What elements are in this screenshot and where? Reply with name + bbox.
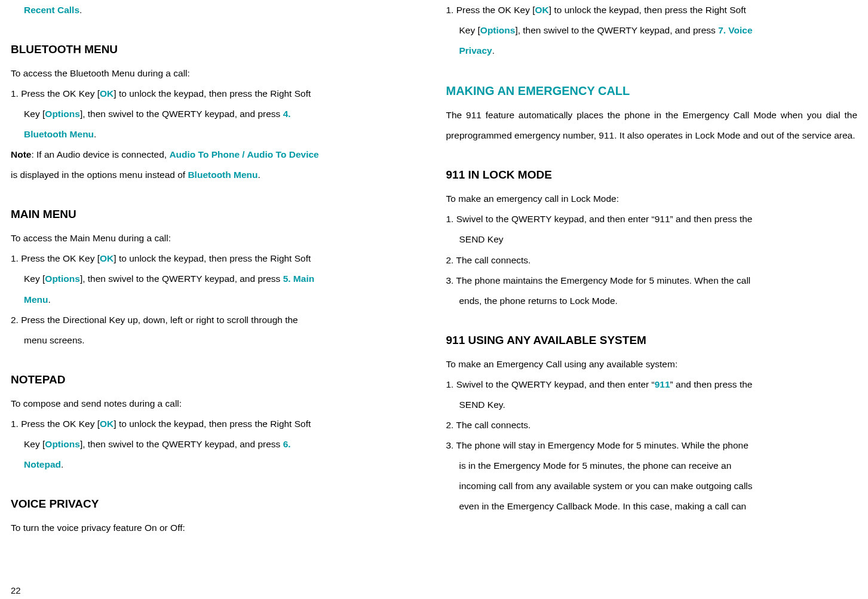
main-step-1-line3: Menu. (11, 290, 422, 310)
bluetooth-step-1-line1: 1. Press the OK Key [OK] to unlock the k… (11, 84, 422, 104)
menu-link: Privacy (459, 45, 492, 56)
content-columns: Recent Calls. BLUETOOTH MENU To access t… (11, 0, 857, 538)
menu-link: 7. Voice (718, 25, 752, 35)
text: ], then swivel to the QWERTY keypad, and… (80, 109, 283, 119)
menu-link: Menu (24, 294, 48, 305)
notepad-heading: NOTEPAD (11, 367, 422, 392)
ok-key: OK (100, 419, 114, 429)
text: : If an Audio device is connected, (31, 149, 169, 159)
text: . (48, 294, 50, 305)
any-step-3-line3: incoming call from any available system … (446, 476, 858, 496)
text: Key [ (24, 109, 45, 119)
lock-step-1-line1: 1. Swivel to the QWERTY keypad, and then… (446, 209, 858, 229)
lock-mode-intro: To make an emergency call in Lock Mode: (446, 189, 858, 209)
any-step-1-line2: SEND Key. (446, 395, 858, 415)
any-step-1-line1: 1. Swivel to the QWERTY keypad, and then… (446, 374, 858, 395)
any-step-3-line4: even in the Emergency Callback Mode. In … (446, 496, 858, 517)
voice-privacy-intro: To turn the voice privacy feature On or … (11, 518, 422, 538)
bluetooth-intro: To access the Bluetooth Menu during a ca… (11, 63, 422, 84)
main-step-1-line2: Key [Options], then swivel to the QWERTY… (11, 269, 422, 289)
text: Key [ (24, 274, 45, 284)
text: . (79, 5, 82, 15)
vp-step-1-line3: Privacy. (446, 41, 858, 61)
text: 1. Press the OK Key [ (11, 253, 100, 263)
menu-link: Notepad (24, 459, 61, 469)
ok-key: OK (100, 88, 114, 99)
notepad-step-1-line2: Key [Options], then swivel to the QWERTY… (11, 434, 422, 454)
any-step-2: 2. The call connects. (446, 415, 858, 435)
any-system-intro: To make an Emergency Call using any avai… (446, 354, 858, 374)
options-key: Options (45, 439, 80, 449)
any-step-3-line2: is in the Emergency Mode for 5 minutes, … (446, 456, 858, 476)
recent-calls-link: Recent Calls (24, 5, 79, 15)
notepad-step-1-line1: 1. Press the OK Key [OK] to unlock the k… (11, 414, 422, 434)
ok-key: OK (535, 5, 549, 15)
text: 1. Press the OK Key [ (446, 5, 535, 15)
any-system-heading: 911 USING ANY AVAILABLE SYSTEM (446, 328, 858, 353)
bluetooth-step-1-line3: Bluetooth Menu. (11, 124, 422, 145)
voice-privacy-heading: VOICE PRIVACY (11, 492, 422, 517)
text: ] to unlock the keypad, then press the R… (114, 88, 311, 99)
menu-link: Bluetooth Menu (24, 129, 94, 139)
text: ] to unlock the keypad, then press the R… (114, 253, 311, 263)
lock-step-1-line2: SEND Key (446, 229, 858, 250)
note-label: Note (11, 149, 31, 159)
menu-link: 5. Main (283, 274, 315, 284)
ok-key: OK (100, 253, 114, 263)
text: . (94, 129, 96, 139)
audio-link: Audio To Phone / Audio To Device (169, 149, 318, 159)
any-step-3-line1: 3. The phone will stay in Emergency Mode… (446, 435, 858, 456)
lock-step-3-line1: 3. The phone maintains the Emergency Mod… (446, 271, 858, 291)
text: 1. Press the OK Key [ (11, 88, 100, 99)
bluetooth-note-line2: is displayed in the options menu instead… (11, 165, 422, 185)
text: Key [ (24, 439, 45, 449)
vp-step-1-line2: Key [Options], then swivel to the QWERTY… (446, 20, 858, 41)
notepad-step-1-line3: Notepad. (11, 454, 422, 475)
lock-step-3-line2: ends, the phone returns to Lock Mode. (446, 291, 858, 311)
vp-step-1-line1: 1. Press the OK Key [OK] to unlock the k… (446, 0, 858, 20)
emergency-paragraph: The 911 feature automatically places the… (446, 105, 858, 146)
recent-calls-line: Recent Calls. (11, 0, 422, 20)
options-key: Options (480, 25, 516, 35)
text: 1. Press the OK Key [ (11, 419, 100, 429)
main-step-2-line1: 2. Press the Directional Key up, down, l… (11, 310, 422, 330)
bluetooth-note-line1: Note: If an Audio device is connected, A… (11, 145, 422, 165)
text: ], then swivel to the QWERTY keypad, and… (80, 274, 283, 284)
main-menu-intro: To access the Main Menu during a call: (11, 228, 422, 248)
main-step-2-line2: menu screens. (11, 330, 422, 351)
text: ” and then press the (670, 379, 753, 389)
911-link: 911 (655, 379, 670, 389)
lock-mode-heading: 911 IN LOCK MODE (446, 162, 858, 188)
emergency-heading: MAKING AN EMERGENCY CALL (446, 78, 858, 104)
text: is displayed in the options menu instead… (11, 170, 188, 180)
text: 1. Swivel to the QWERTY keypad, and then… (446, 379, 655, 389)
main-step-1-line1: 1. Press the OK Key [OK] to unlock the k… (11, 248, 422, 269)
lock-step-2: 2. The call connects. (446, 250, 858, 271)
left-column: Recent Calls. BLUETOOTH MENU To access t… (11, 0, 422, 538)
text: . (61, 459, 63, 469)
menu-link: 6. (283, 439, 291, 449)
options-key: Options (45, 274, 80, 284)
text: ] to unlock the keypad, then press the R… (549, 5, 746, 15)
text: . (258, 170, 260, 180)
page-number: 22 (11, 585, 21, 595)
notepad-intro: To compose and send notes during a call: (11, 394, 422, 414)
right-column: 1. Press the OK Key [OK] to unlock the k… (446, 0, 858, 538)
options-key: Options (45, 109, 80, 119)
text: ] to unlock the keypad, then press the R… (114, 419, 311, 429)
text: ], then swivel to the QWERTY keypad, and… (80, 439, 283, 449)
menu-link: 4. (283, 109, 291, 119)
text: . (492, 45, 495, 56)
menu-link: Bluetooth Menu (188, 170, 257, 180)
main-menu-heading: MAIN MENU (11, 202, 422, 227)
bluetooth-step-1-line2: Key [Options], then swivel to the QWERTY… (11, 104, 422, 124)
text: Key [ (459, 25, 480, 35)
bluetooth-heading: BLUETOOTH MENU (11, 37, 422, 62)
text: ], then swivel to the QWERTY keypad, and… (515, 25, 718, 35)
